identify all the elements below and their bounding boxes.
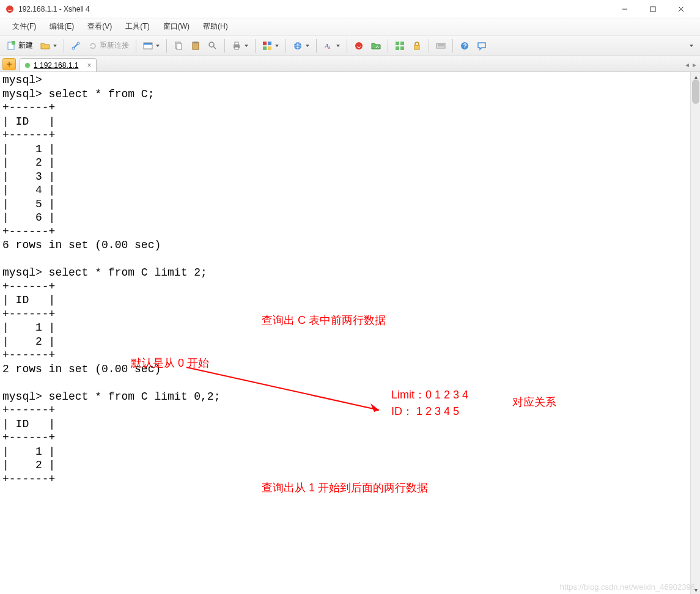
tab-nav: ◂ ▸ xyxy=(685,61,696,69)
svg-rect-32 xyxy=(414,45,419,50)
annotation-3: Limit：0 1 2 3 4 ID： 1 2 3 4 5 xyxy=(391,387,468,420)
svg-rect-21 xyxy=(268,42,271,45)
paste-button[interactable] xyxy=(188,38,204,53)
separator xyxy=(286,39,286,53)
minimize-button[interactable] xyxy=(611,0,639,18)
svg-rect-10 xyxy=(144,43,152,45)
svg-point-27 xyxy=(355,42,363,50)
annotation-4: 查询出从 1 开始到后面的两行数据 xyxy=(262,480,428,495)
separator xyxy=(316,39,317,53)
link-button[interactable] xyxy=(68,38,84,53)
tab-next-icon[interactable]: ▸ xyxy=(693,61,696,69)
status-dot-icon xyxy=(25,63,30,68)
scroll-thumb[interactable] xyxy=(692,79,699,104)
help-button[interactable]: ? xyxy=(457,38,473,53)
svg-rect-20 xyxy=(263,42,267,45)
close-button[interactable] xyxy=(667,0,695,18)
menu-window[interactable]: 窗口(W) xyxy=(157,19,196,34)
copy-button[interactable] xyxy=(171,38,186,53)
tab-close-icon[interactable]: × xyxy=(87,61,91,70)
svg-rect-18 xyxy=(235,42,238,45)
menu-view[interactable]: 查看(V) xyxy=(81,19,118,34)
toolbar: 新建 重新连接 Aa ? xyxy=(0,35,700,56)
separator xyxy=(388,39,388,53)
color-scheme-button[interactable] xyxy=(259,38,282,53)
svg-point-0 xyxy=(6,6,13,13)
reconnect-button[interactable]: 重新连接 xyxy=(85,38,132,53)
svg-rect-19 xyxy=(235,47,238,50)
session-tab[interactable]: 1 192.168.1.1 × xyxy=(20,58,97,72)
open-button[interactable] xyxy=(37,38,60,53)
svg-rect-12 xyxy=(177,43,182,50)
tabbar: 1 192.168.1.1 × ◂ ▸ xyxy=(0,56,700,72)
svg-text:?: ? xyxy=(463,43,467,50)
annotation-3-line2: ID： 1 2 3 4 5 xyxy=(391,403,468,420)
tile-button[interactable] xyxy=(392,38,408,53)
reconnect-label: 重新连接 xyxy=(100,40,129,51)
transfer-button[interactable] xyxy=(368,38,384,53)
svg-rect-28 xyxy=(396,42,399,45)
chat-button[interactable] xyxy=(474,38,490,53)
profile-button[interactable] xyxy=(140,38,163,53)
svg-point-15 xyxy=(209,42,214,47)
tab-label: 1 192.168.1.1 xyxy=(34,61,78,70)
svg-text:a: a xyxy=(328,45,331,50)
separator xyxy=(224,39,225,53)
menu-edit[interactable]: 编辑(E) xyxy=(43,19,80,34)
menu-help[interactable]: 帮助(H) xyxy=(197,19,234,34)
titlebar: 192.168.1.1 - Xshell 4 xyxy=(0,0,700,18)
svg-rect-23 xyxy=(268,46,271,50)
terminal-output[interactable]: mysql> mysql> select * from C; +------+ … xyxy=(0,72,700,487)
scrollbar[interactable]: ▴ ▾ xyxy=(690,72,700,594)
search-button[interactable] xyxy=(205,38,221,53)
svg-rect-22 xyxy=(263,46,267,50)
svg-rect-6 xyxy=(12,41,15,45)
svg-point-8 xyxy=(77,42,79,45)
separator xyxy=(452,39,453,53)
tab-prev-icon[interactable]: ◂ xyxy=(685,61,689,69)
annotation-3-side: 对应关系 xyxy=(512,395,556,409)
new-button-label: 新建 xyxy=(18,40,33,51)
svg-rect-30 xyxy=(396,46,399,50)
new-button[interactable]: 新建 xyxy=(4,38,36,53)
menu-tools[interactable]: 工具(T) xyxy=(119,19,155,34)
annotation-arrow-icon xyxy=(183,364,391,419)
globe-button[interactable] xyxy=(290,38,312,53)
separator xyxy=(255,39,256,53)
svg-marker-41 xyxy=(370,403,379,412)
menu-file[interactable]: 文件(F) xyxy=(6,19,42,34)
keyboard-button[interactable] xyxy=(433,38,449,53)
separator xyxy=(347,39,347,53)
add-tab-button[interactable] xyxy=(2,58,16,70)
window-title: 192.168.1.1 - Xshell 4 xyxy=(18,5,611,13)
app-icon xyxy=(5,4,15,14)
svg-rect-31 xyxy=(400,46,404,50)
annotation-1: 查询出 C 表中前两行数据 xyxy=(262,313,386,328)
separator xyxy=(429,39,429,53)
separator xyxy=(166,39,167,53)
menubar: 文件(F) 编辑(E) 查看(V) 工具(T) 窗口(W) 帮助(H) xyxy=(0,18,700,35)
font-button[interactable]: Aa xyxy=(320,38,343,53)
svg-rect-29 xyxy=(400,42,404,45)
lock-button[interactable] xyxy=(409,38,425,53)
svg-rect-2 xyxy=(650,7,655,12)
toolbar-overflow[interactable] xyxy=(685,38,696,53)
svg-line-40 xyxy=(186,367,379,410)
annotation-3-line1: Limit：0 1 2 3 4 xyxy=(391,387,468,403)
terminal-area: mysql> mysql> select * from C; +------+ … xyxy=(0,72,700,594)
svg-rect-14 xyxy=(194,42,197,43)
script-button[interactable] xyxy=(351,38,367,53)
maximize-button[interactable] xyxy=(639,0,667,18)
separator xyxy=(64,39,64,53)
svg-point-7 xyxy=(72,47,75,50)
svg-line-16 xyxy=(213,46,216,49)
separator xyxy=(136,39,136,53)
watermark: https://blog.csdn.net/weixin_46902396 xyxy=(560,582,695,592)
print-button[interactable] xyxy=(229,38,251,53)
